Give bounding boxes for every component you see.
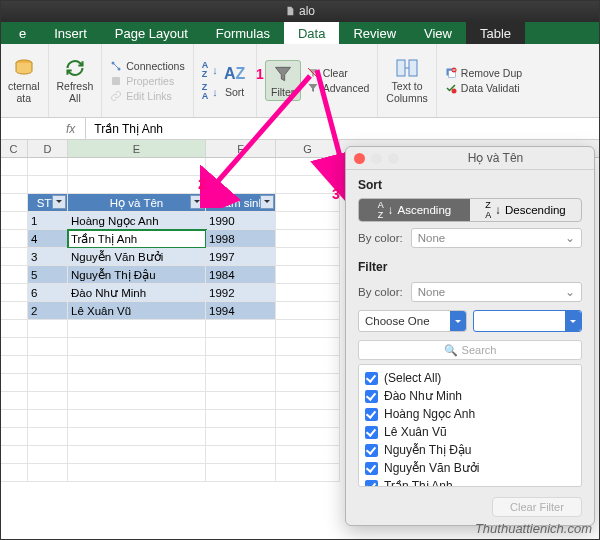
external-data-label: cternal ata xyxy=(8,81,40,104)
text-to-columns-icon xyxy=(394,57,420,79)
list-item[interactable]: Nguyễn Thị Đậu xyxy=(365,441,575,459)
sort-heading: Sort xyxy=(346,170,594,196)
sort-color-select[interactable]: None⌄ xyxy=(411,228,582,248)
selected-cell[interactable]: Trần Thị Anh xyxy=(68,230,206,248)
edit-links-button[interactable]: Edit Links xyxy=(110,90,184,102)
sort-za-button[interactable]: ZA↓ xyxy=(202,83,218,101)
filter-value-input[interactable] xyxy=(473,310,582,332)
group-external[interactable]: cternal ata xyxy=(0,44,49,117)
watermark: Thuthuattienich.com xyxy=(475,521,592,536)
fx-label[interactable]: fx xyxy=(56,118,86,139)
tab-data[interactable]: Data xyxy=(284,22,339,44)
remove-duplicates-button[interactable]: Remove Dup xyxy=(445,67,522,79)
refresh-icon xyxy=(62,57,88,79)
list-item[interactable]: (Select All) xyxy=(365,369,575,387)
filter-button[interactable]: Filter xyxy=(265,60,301,102)
file-icon xyxy=(285,5,295,17)
group-text-to-columns[interactable]: Text to Columns xyxy=(378,44,436,117)
group-refresh: Refresh All xyxy=(49,44,103,117)
descending-button[interactable]: ZA↓ Descending xyxy=(470,199,581,221)
clear-filter-button: Clear Filter xyxy=(492,497,582,517)
dropdown-icon[interactable] xyxy=(52,195,66,209)
checkbox-icon xyxy=(365,480,378,488)
col-D[interactable]: D xyxy=(28,140,68,157)
header-year[interactable]: Năm sinh xyxy=(206,194,276,212)
tab-review[interactable]: Review xyxy=(339,22,410,44)
refresh-all-button[interactable]: Refresh All xyxy=(57,46,94,115)
dropdown-icon[interactable] xyxy=(260,195,274,209)
close-icon xyxy=(354,153,365,164)
group-connections: Connections Properties Edit Links xyxy=(102,44,193,117)
svg-point-9 xyxy=(451,89,456,94)
connections-button[interactable]: Connections xyxy=(110,60,184,72)
group-data-tools: Remove Dup Data Validati xyxy=(437,44,530,117)
svg-rect-3 xyxy=(112,77,120,85)
formula-value[interactable]: Trần Thị Anh xyxy=(86,122,163,136)
traffic-lights[interactable] xyxy=(354,153,399,164)
window-title: alo xyxy=(299,4,315,18)
external-data-icon xyxy=(11,57,37,79)
tab-formulas[interactable]: Formulas xyxy=(202,22,284,44)
header-name[interactable]: Họ và Tên xyxy=(68,194,206,212)
list-item[interactable]: Hoàng Ngọc Anh xyxy=(365,405,575,423)
list-item[interactable]: Trần Thị Anh xyxy=(365,477,575,487)
filter-popover: Họ và Tên Sort AZ↓ Ascending ZA↓ Descend… xyxy=(345,146,595,526)
refresh-label: Refresh All xyxy=(57,81,94,104)
filter-heading: Filter xyxy=(346,252,594,278)
filter-color-select[interactable]: None⌄ xyxy=(411,282,582,302)
checkbox-icon xyxy=(365,426,378,439)
annotation-num-3: 3 xyxy=(332,186,340,202)
col-C[interactable]: C xyxy=(0,140,28,157)
svg-rect-4 xyxy=(397,60,405,76)
tab-view[interactable]: View xyxy=(410,22,466,44)
tab-page-layout[interactable]: Page Layout xyxy=(101,22,202,44)
formula-bar: fx Trần Thị Anh xyxy=(0,118,600,140)
col-G[interactable]: G xyxy=(276,140,340,157)
popover-title: Họ và Tên xyxy=(405,151,586,165)
data-validation-button[interactable]: Data Validati xyxy=(445,82,522,94)
col-E[interactable]: E xyxy=(68,140,206,157)
window-titlebar: alo xyxy=(0,0,600,22)
ascending-button[interactable]: AZ↓ Ascending xyxy=(359,199,470,221)
tab-table[interactable]: Table xyxy=(466,22,525,44)
checkbox-icon xyxy=(365,408,378,421)
checkbox-icon xyxy=(365,462,378,475)
group-filter: Filter Clear Advanced xyxy=(257,44,379,117)
ribbon: cternal ata Refresh All Connections Prop… xyxy=(0,44,600,118)
svg-rect-5 xyxy=(409,60,417,76)
tab-insert[interactable]: Insert xyxy=(40,22,101,44)
filter-search-input[interactable]: 🔍 Search xyxy=(358,340,582,360)
sort-segment[interactable]: AZ↓ Ascending ZA↓ Descending xyxy=(358,198,582,222)
header-stt[interactable]: STT xyxy=(28,194,68,212)
filter-by-color-label: By color: xyxy=(358,286,403,298)
sort-by-color-label: By color: xyxy=(358,232,403,244)
ribbon-tabs: e Insert Page Layout Formulas Data Revie… xyxy=(0,22,600,44)
col-F[interactable]: F xyxy=(206,140,276,157)
group-sort: AZ↓ ZA↓ AZ Sort xyxy=(194,44,257,117)
list-item[interactable]: Đào Như Minh xyxy=(365,387,575,405)
properties-button[interactable]: Properties xyxy=(110,75,184,87)
sort-icon: AZ xyxy=(222,63,248,85)
sort-az-button[interactable]: AZ↓ xyxy=(202,61,218,79)
filter-values-list: (Select All) Đào Như Minh Hoàng Ngọc Anh… xyxy=(358,364,582,487)
list-item[interactable]: Nguyễn Văn Bưởi xyxy=(365,459,575,477)
chevron-down-icon[interactable] xyxy=(565,311,581,331)
tab-home-partial[interactable]: e xyxy=(5,22,40,44)
clear-filter-button[interactable]: Clear xyxy=(307,67,370,79)
advanced-filter-button[interactable]: Advanced xyxy=(307,82,370,94)
annotation-num-2: 2 xyxy=(198,176,206,192)
checkbox-icon xyxy=(365,444,378,457)
list-item[interactable]: Lê Xuân Vũ xyxy=(365,423,575,441)
dropdown-icon[interactable] xyxy=(190,195,204,209)
funnel-icon xyxy=(270,63,296,85)
annotation-num-1: 1 xyxy=(256,66,264,82)
filter-condition-select[interactable]: Choose One xyxy=(358,310,467,332)
chevron-down-icon[interactable] xyxy=(450,311,466,331)
checkbox-icon xyxy=(365,390,378,403)
sort-button[interactable]: AZ Sort xyxy=(222,61,248,101)
checkbox-icon xyxy=(365,372,378,385)
